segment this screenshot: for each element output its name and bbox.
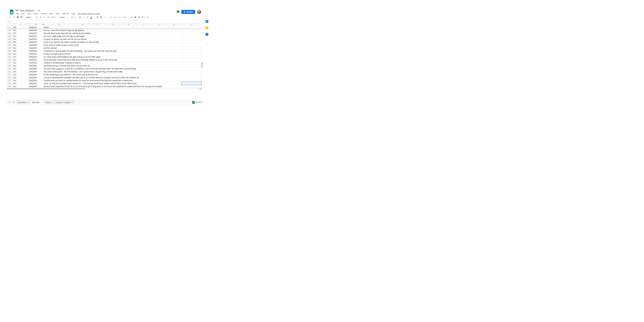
- chart-button[interactable]: [138, 16, 140, 19]
- grid[interactable]: A B◀ ▶D E F G H I J K L 1 ID# Segment Qu…: [7, 23, 202, 100]
- row-header[interactable]: 562: [7, 35, 12, 38]
- tab-tasks[interactable]: Tasks▼: [44, 100, 54, 104]
- strike-button[interactable]: S: [86, 16, 89, 19]
- font-size[interactable]: 12: [70, 16, 74, 19]
- cell[interactable]: [182, 58, 202, 61]
- cell[interactable]: [182, 38, 202, 41]
- cell[interactable]: 011: [12, 29, 28, 32]
- row-header[interactable]: 575: [7, 73, 12, 76]
- row-header[interactable]: 566: [7, 46, 12, 50]
- cell[interactable]: our vet is really really cool; he's like…: [43, 35, 182, 38]
- sheets-logo[interactable]: [9, 9, 14, 14]
- cell[interactable]: 011: [12, 73, 28, 76]
- menu-file[interactable]: File: [16, 12, 19, 15]
- cell[interactable]: 011: [12, 79, 28, 82]
- cell[interactable]: Segment: [28, 26, 43, 29]
- cell[interactable]: I would never go online for medical advi…: [43, 79, 182, 82]
- row-header[interactable]: 564: [7, 41, 12, 44]
- col-header-H[interactable]: H: [121, 23, 136, 26]
- cell[interactable]: [182, 50, 202, 52]
- cell[interactable]: ID#: [12, 26, 28, 29]
- cell[interactable]: [182, 56, 202, 58]
- cell[interactable]: the only thing hecan play with are real …: [43, 32, 182, 35]
- cell[interactable]: 011: [12, 41, 28, 44]
- link-button[interactable]: 🔗: [130, 16, 133, 19]
- cell[interactable]: 011: [12, 61, 28, 64]
- menu-insert[interactable]: Insert: [34, 12, 38, 15]
- cell[interactable]: [182, 82, 202, 85]
- undo-button[interactable]: ↶: [8, 16, 12, 19]
- font-select[interactable]: Calibri: [59, 16, 66, 19]
- calendar-icon[interactable]: 31: [206, 20, 208, 23]
- row-header[interactable]: 576: [7, 76, 12, 79]
- star-icon[interactable]: ☆: [35, 9, 37, 12]
- cell[interactable]: 011: [12, 58, 28, 61]
- avatar[interactable]: [197, 10, 201, 14]
- halign-button[interactable]: ≡ ▼: [109, 16, 113, 19]
- col-header-A[interactable]: A: [12, 23, 28, 26]
- cell[interactable]: [182, 76, 202, 79]
- col-header-L[interactable]: L: [182, 23, 202, 26]
- redo-button[interactable]: ↷: [12, 16, 16, 19]
- row-header[interactable]: 573: [7, 67, 12, 70]
- row-header[interactable]: 568: [7, 52, 12, 56]
- row-header[interactable]: 567: [7, 50, 12, 52]
- cell[interactable]: [182, 73, 202, 76]
- cell[interactable]: 011: [12, 67, 28, 70]
- share-button[interactable]: SHARE: [182, 10, 195, 14]
- comment-icon[interactable]: [176, 10, 180, 14]
- row-header[interactable]: 560: [7, 29, 12, 32]
- cell[interactable]: RA/DA/R: [28, 52, 43, 56]
- menu-data[interactable]: Data: [49, 12, 53, 15]
- tab-random-thoughts[interactable]: Random Thoughts▼: [54, 100, 74, 104]
- format-currency[interactable]: $: [35, 16, 38, 19]
- add-sheet-button[interactable]: +: [8, 101, 12, 104]
- row-header[interactable]: 571: [7, 61, 12, 64]
- cell[interactable]: RA/DA/R: [28, 38, 43, 41]
- filter-button[interactable]: ▼: [141, 16, 146, 19]
- toolbar-collapse[interactable]: ⌃: [199, 16, 201, 18]
- menu-edit[interactable]: Edit: [21, 12, 24, 15]
- row-header[interactable]: 570: [7, 58, 12, 61]
- cell[interactable]: I love our dog and I wouldn't have trade…: [43, 82, 182, 85]
- cell[interactable]: [182, 29, 202, 32]
- cell[interactable]: RA/DA/R: [28, 46, 43, 50]
- cell[interactable]: I try go to sites deemed reputable and t…: [43, 76, 182, 79]
- cell[interactable]: RA/DA/R: [28, 82, 43, 85]
- row-header[interactable]: 577: [7, 79, 12, 82]
- cell[interactable]: 011: [12, 44, 28, 46]
- row-header[interactable]: 579: [7, 85, 12, 88]
- row-header[interactable]: 561: [7, 32, 12, 35]
- cell[interactable]: [182, 41, 202, 44]
- cell[interactable]: [182, 67, 202, 70]
- menu-format[interactable]: Format: [40, 12, 46, 15]
- cell[interactable]: [182, 44, 202, 46]
- cell[interactable]: RA/DA/R: [28, 85, 43, 88]
- cell[interactable]: some of our friends who either vounteer …: [43, 41, 182, 44]
- decrease-decimal[interactable]: .0: [43, 16, 46, 19]
- cell[interactable]: 011: [12, 46, 28, 50]
- cell[interactable]: he gives us advice; we also use FB a lot…: [43, 38, 182, 41]
- keep-icon[interactable]: [206, 26, 208, 29]
- row-header[interactable]: 565: [7, 44, 12, 46]
- merge-button[interactable]: [103, 16, 106, 19]
- cell[interactable]: [182, 64, 202, 67]
- cell[interactable]: they have some quirks - like the chewing…: [43, 70, 182, 73]
- cell[interactable]: any toy - even the extreme kongs he will…: [43, 29, 182, 32]
- col-header-G[interactable]: G: [106, 23, 121, 26]
- more-formats[interactable]: 123 ▼: [51, 16, 56, 19]
- row-header[interactable]: 578: [7, 82, 12, 85]
- sidepanel-expand[interactable]: ›: [206, 44, 207, 46]
- bold-button[interactable]: B: [78, 16, 82, 19]
- explore-button[interactable]: ✦ Explore: [192, 101, 202, 104]
- cell[interactable]: RA/DA/R: [28, 35, 43, 38]
- wrap-button[interactable]: ↵ ▼: [118, 16, 122, 19]
- rotate-button[interactable]: ⟲ ▼: [123, 16, 127, 19]
- cell[interactable]: RA/DA/R: [28, 50, 43, 52]
- italic-button[interactable]: I: [82, 16, 85, 19]
- cell[interactable]: RA/DA/R: [28, 73, 43, 76]
- cell[interactable]: we don't have anywhere for him to run so…: [43, 85, 182, 88]
- cell[interactable]: 011: [12, 32, 28, 35]
- paint-format-button[interactable]: [20, 16, 23, 19]
- cell[interactable]: RA/DA/R: [28, 67, 43, 70]
